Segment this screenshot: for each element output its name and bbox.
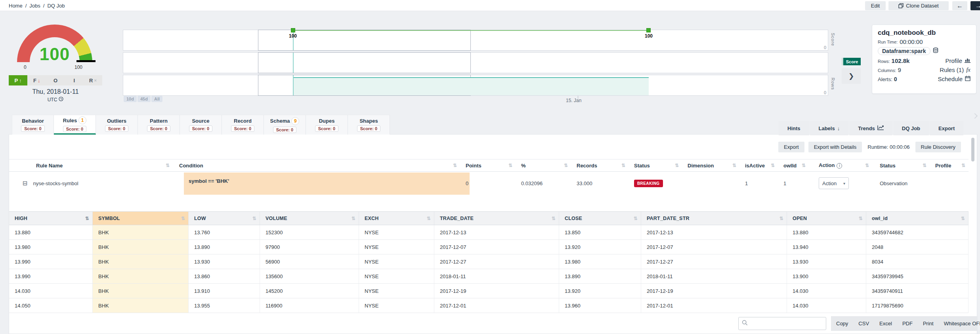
tab-rules[interactable]: Rules1Score: 0 <box>54 115 96 135</box>
rules-column-header[interactable]: Condition⇅ <box>173 159 460 171</box>
data-column-header-exch[interactable]: EXCH⇅ <box>359 212 434 225</box>
excel-button[interactable]: Excel <box>874 321 897 326</box>
rules-column-header[interactable]: Status⇅ <box>872 159 930 171</box>
dataframe-pill[interactable]: Dataframe:spark <box>878 47 930 55</box>
profile-link[interactable]: Profile <box>945 57 970 64</box>
vertical-scrollbar[interactable] <box>971 138 974 161</box>
rules-column-header[interactable]: isActive⇅ <box>739 159 778 171</box>
middle-chart-row[interactable] <box>123 52 828 73</box>
sort-icon[interactable]: ⇅ <box>621 163 628 168</box>
pdf-button[interactable]: PDF <box>897 321 918 326</box>
tab-record[interactable]: RecordScore: 0 <box>222 115 264 135</box>
export-button[interactable]: Export <box>778 142 804 152</box>
sort-icon[interactable]: ⇅ <box>181 216 188 221</box>
dataset-name[interactable]: cdq_notebook_db <box>878 29 970 37</box>
data-column-header-volume[interactable]: VOLUME⇅ <box>260 212 359 225</box>
sort-icon[interactable]: ⇅ <box>675 163 682 168</box>
score-chart-row[interactable]: 100 100 0 <box>123 30 828 51</box>
dq-job-button[interactable]: DQ Job <box>893 121 929 135</box>
tab-schema[interactable]: Schema9Score: 0 <box>264 115 306 135</box>
gauge-tab-f[interactable]: F↓ <box>27 75 46 85</box>
sort-icon[interactable]: ⇅ <box>634 216 641 221</box>
gauge-tab-o[interactable]: O <box>46 75 65 85</box>
score-legend-button[interactable]: Score <box>842 58 861 65</box>
rules-link[interactable]: Rules (1)fx <box>940 66 970 73</box>
breadcrumb-item[interactable]: Home <box>9 3 23 9</box>
data-column-header-low[interactable]: LOW⇅ <box>189 212 260 225</box>
rules-column-header[interactable]: Dimension⇅ <box>682 159 739 171</box>
trends-button[interactable]: Trends <box>849 121 892 135</box>
sort-icon[interactable]: ⇅ <box>252 216 260 221</box>
sort-icon[interactable]: ⇅ <box>961 163 969 168</box>
tab-source[interactable]: SourceScore: 0 <box>180 115 222 135</box>
table-row[interactable]: 14.050BHK13.955116900NYSE2017-12-0113.96… <box>9 298 969 313</box>
table-row[interactable]: 13.880BHK13.760152300NYSE2017-12-1313.85… <box>9 225 969 240</box>
tab-behavior[interactable]: BehaviorScore: 0 <box>12 115 54 135</box>
print-button[interactable]: Print <box>918 321 939 326</box>
selection-window[interactable] <box>258 30 471 51</box>
rules-column-header[interactable]: Rule Name⇅ <box>9 159 173 171</box>
breadcrumb-item[interactable]: Jobs <box>29 3 40 9</box>
data-column-header-close[interactable]: CLOSE⇅ <box>559 212 641 225</box>
rules-column-header[interactable]: Actioni⇅ <box>809 159 872 171</box>
range-button-10d[interactable]: 10d <box>124 96 137 102</box>
data-column-header-symbol[interactable]: SYMBOL⇅ <box>93 212 189 225</box>
schedule-link[interactable]: Schedule <box>938 76 970 82</box>
table-row[interactable]: 14.030BHK13.910145200NYSE2017-12-1913.92… <box>9 284 969 298</box>
score-point-marker[interactable] <box>291 28 295 32</box>
data-column-header-trade_date[interactable]: TRADE_DATE⇅ <box>434 212 559 225</box>
data-column-header-open[interactable]: OPEN⇅ <box>787 212 866 225</box>
rules-column-header[interactable]: Records⇅ <box>571 159 628 171</box>
tab-dupes[interactable]: DupesScore: 0 <box>306 115 348 135</box>
data-column-header-part_date_str[interactable]: PART_DATE_STR⇅ <box>641 212 787 225</box>
rules-column-header[interactable]: Status⇅ <box>628 159 682 171</box>
tab-outliers[interactable]: OutliersScore: 0 <box>96 115 138 135</box>
gauge-tab-i[interactable]: I <box>65 75 84 85</box>
sort-icon[interactable]: ⇅ <box>166 163 173 168</box>
sort-icon[interactable]: ⇅ <box>427 216 434 221</box>
score-point-marker[interactable] <box>646 28 651 32</box>
table-row[interactable]: 13.990BHK13.93056900NYSE2017-12-2713.980… <box>9 254 969 269</box>
search-input[interactable] <box>750 317 826 330</box>
sort-icon[interactable]: ⇅ <box>453 163 460 168</box>
sort-icon[interactable]: ⇅ <box>352 216 359 221</box>
clone-dataset-button[interactable]: Clone Dataset <box>888 1 949 10</box>
sort-icon[interactable]: ⇅ <box>961 216 968 221</box>
sort-icon[interactable]: ⇅ <box>923 163 930 168</box>
rule-discovery-button[interactable]: Rule Discovery <box>915 142 961 152</box>
info-icon[interactable]: i <box>837 163 842 169</box>
selection-window[interactable] <box>258 52 471 73</box>
rules-column-header[interactable]: %⇅ <box>516 159 571 171</box>
sort-icon[interactable]: ⇅ <box>865 163 872 168</box>
sort-icon[interactable]: ⇅ <box>508 163 516 168</box>
sort-icon[interactable]: ⇅ <box>732 163 739 168</box>
timezone-label[interactable]: UTC <box>0 97 111 102</box>
export-with-details-button[interactable]: Export with Details <box>808 142 862 152</box>
gauge-tab-p[interactable]: P↑ <box>9 75 27 85</box>
collapse-row-icon[interactable]: ⊟ <box>23 180 28 187</box>
edit-button[interactable]: Edit <box>865 1 886 10</box>
csv-button[interactable]: CSV <box>853 321 874 326</box>
gauge-tab-r[interactable]: R× <box>84 75 102 85</box>
whitespace-off-button[interactable]: Whitespace OFF <box>939 321 980 326</box>
breadcrumb-item[interactable]: DQ Job <box>47 3 65 9</box>
copy-button[interactable]: Copy <box>831 321 853 326</box>
tab-shapes[interactable]: ShapesScore: 0 <box>348 115 390 135</box>
data-column-header-owl_id[interactable]: owl_id⇅ <box>866 212 969 225</box>
rules-column-header[interactable]: Points⇅ <box>460 159 516 171</box>
chevron-right-icon[interactable]: ❯ <box>842 68 861 84</box>
tab-pattern[interactable]: PatternScore: 0 <box>138 115 180 135</box>
hints-button[interactable]: Hints <box>779 121 809 135</box>
sort-icon[interactable]: ⇅ <box>779 216 787 221</box>
sort-icon[interactable]: ⇅ <box>859 216 866 221</box>
sort-icon[interactable]: ⇅ <box>802 163 809 168</box>
sort-icon[interactable]: ⇅ <box>85 216 92 221</box>
labels-button[interactable]: Labels↓ <box>810 121 849 135</box>
previous-arrow-button[interactable]: ← <box>952 1 967 10</box>
next-arrow-button[interactable]: → <box>970 1 980 10</box>
sort-icon[interactable]: ⇅ <box>552 216 559 221</box>
table-row[interactable]: 13.980BHK13.89097900NYSE2017-12-0713.920… <box>9 240 969 254</box>
range-button-all[interactable]: All <box>151 96 162 102</box>
run-date-label[interactable]: Thu, 2018-01-11 <box>0 88 111 95</box>
table-row[interactable]: 13.990BHK13.860135600NYSE2018-01-1113.89… <box>9 269 969 284</box>
